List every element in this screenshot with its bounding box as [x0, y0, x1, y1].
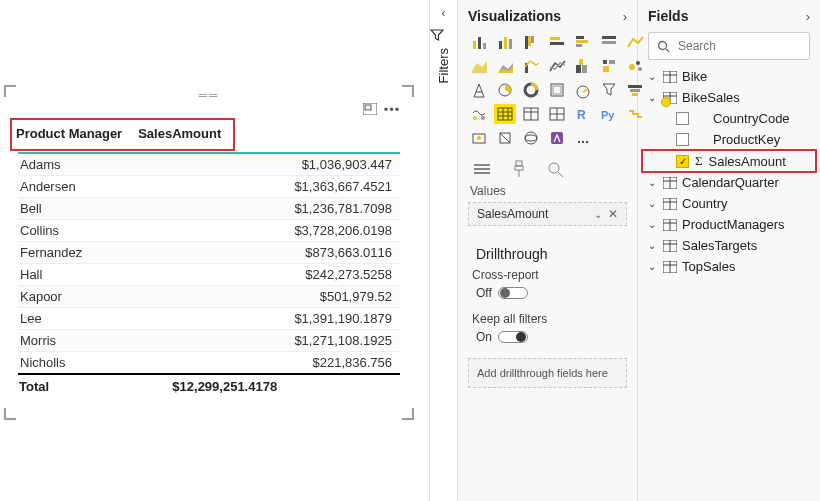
total-label: Total: [18, 374, 171, 395]
field-checkbox[interactable]: [676, 133, 689, 146]
svg-point-27: [638, 67, 642, 71]
cross-report-toggle[interactable]: Off: [458, 284, 637, 310]
table-visual[interactable]: ══ ••• Product Manager SalesAmount Adams…: [4, 85, 414, 420]
cell-pm: Collins: [18, 220, 171, 242]
viz-type-31[interactable]: [546, 128, 568, 148]
collapse-fields-icon[interactable]: ›: [806, 9, 810, 24]
filters-pane-collapsed[interactable]: ‹ Filters: [430, 0, 458, 501]
visualization-picker[interactable]: RPy: [458, 32, 637, 152]
keep-filters-toggle[interactable]: On: [458, 328, 637, 354]
table-bikesales[interactable]: ⌄ BikeSales: [642, 87, 816, 108]
chevron-right-icon[interactable]: ⌄: [648, 71, 658, 82]
table-row[interactable]: Lee$1,391,190.1879: [18, 308, 400, 330]
table-row[interactable]: Andersen$1,363,667.4521: [18, 176, 400, 198]
chevron-right-icon[interactable]: ⌄: [648, 177, 658, 188]
viz-type-22[interactable]: [494, 104, 516, 124]
viz-type-13[interactable]: [624, 56, 646, 76]
table-country[interactable]: ⌄ Country: [642, 193, 816, 214]
chevron-right-icon[interactable]: ⌄: [648, 261, 658, 272]
viz-type-29[interactable]: [494, 128, 516, 148]
viz-type-18[interactable]: [572, 80, 594, 100]
report-canvas[interactable]: ══ ••• Product Manager SalesAmount Adams…: [0, 0, 430, 501]
viz-type-9[interactable]: [520, 56, 542, 76]
focus-mode-icon[interactable]: [362, 102, 378, 116]
col-header-salesamount[interactable]: SalesAmount: [138, 120, 229, 147]
viz-type-11[interactable]: [572, 56, 594, 76]
viz-type-12[interactable]: [598, 56, 620, 76]
format-tab-icon[interactable]: [510, 160, 528, 178]
table-salestargets[interactable]: ⌄ SalesTargets: [642, 235, 816, 256]
resize-handle-tr[interactable]: [402, 85, 414, 97]
expand-filters-icon[interactable]: ‹: [430, 6, 457, 20]
viz-type-19[interactable]: [598, 80, 620, 100]
chevron-right-icon[interactable]: ⌄: [648, 219, 658, 230]
viz-type-6[interactable]: [624, 32, 646, 52]
table-row[interactable]: Kapoor$501,979.52: [18, 286, 400, 308]
svg-rect-7: [509, 39, 512, 49]
field-productkey[interactable]: ProductKey: [642, 129, 816, 150]
table-label: ProductManagers: [682, 217, 785, 232]
field-countrycode[interactable]: CountryCode: [642, 108, 816, 129]
viz-type-2[interactable]: [520, 32, 542, 52]
chevron-right-icon[interactable]: ⌄: [648, 198, 658, 209]
viz-type-23[interactable]: [520, 104, 542, 124]
values-field-well[interactable]: SalesAmount ⌄ ✕: [468, 202, 627, 226]
viz-type-4[interactable]: [572, 32, 594, 52]
table-row[interactable]: Bell$1,236,781.7098: [18, 198, 400, 220]
col-header-product-manager[interactable]: Product Manager: [16, 120, 138, 147]
field-salesamount[interactable]: ✓ Σ SalesAmount: [642, 150, 816, 172]
resize-handle-bl[interactable]: [4, 408, 16, 420]
viz-type-20[interactable]: [624, 80, 646, 100]
svg-point-57: [525, 132, 537, 144]
viz-type-15[interactable]: [494, 80, 516, 100]
viz-type-32[interactable]: [572, 128, 594, 148]
value-field-dropdown-icon[interactable]: ⌄: [594, 209, 602, 220]
viz-type-21[interactable]: [468, 104, 490, 124]
more-options-icon[interactable]: •••: [384, 102, 400, 116]
field-checkbox-checked[interactable]: ✓: [676, 155, 689, 168]
table-calendarquarter[interactable]: ⌄ CalendarQuarter: [642, 172, 816, 193]
cell-pm: Hall: [18, 264, 171, 286]
viz-type-17[interactable]: [546, 80, 568, 100]
table-row[interactable]: Hall$242,273.5258: [18, 264, 400, 286]
viz-type-5[interactable]: [598, 32, 620, 52]
collapse-viz-icon[interactable]: ›: [623, 9, 627, 24]
table-row[interactable]: Nicholls$221,836.756: [18, 352, 400, 375]
chevron-down-icon[interactable]: ⌄: [648, 92, 658, 103]
table-row[interactable]: Morris$1,271,108.1925: [18, 330, 400, 352]
viz-type-10[interactable]: [546, 56, 568, 76]
viz-type-1[interactable]: [494, 32, 516, 52]
analytics-tab-icon[interactable]: [546, 160, 566, 178]
table-productmanagers[interactable]: ⌄ ProductManagers: [642, 214, 816, 235]
table-row[interactable]: Fernandez$873,663.0116: [18, 242, 400, 264]
resize-handle-br[interactable]: [402, 408, 414, 420]
resize-handle-tl[interactable]: [4, 85, 16, 97]
table-bike[interactable]: ⌄ Bike: [642, 66, 816, 87]
viz-type-3[interactable]: [546, 32, 568, 52]
viz-type-25[interactable]: R: [572, 104, 594, 124]
drillthrough-drop-area[interactable]: Add drillthrough fields here: [468, 358, 627, 388]
viz-type-26[interactable]: Py: [598, 104, 620, 124]
cell-pm: Kapoor: [18, 286, 171, 308]
viz-type-24[interactable]: [546, 104, 568, 124]
remove-value-field-icon[interactable]: ✕: [608, 207, 618, 221]
visual-drag-handle[interactable]: ══: [4, 85, 414, 102]
table-row[interactable]: Collins$3,728,206.0198: [18, 220, 400, 242]
viz-type-0[interactable]: [468, 32, 490, 52]
viz-type-27[interactable]: [624, 104, 646, 124]
viz-type-7[interactable]: [468, 56, 490, 76]
fields-search[interactable]: [648, 32, 810, 60]
fields-tab-icon[interactable]: [472, 160, 492, 178]
viz-type-16[interactable]: [520, 80, 542, 100]
table-row[interactable]: Adams$1,036,903.447: [18, 153, 400, 176]
search-input[interactable]: [676, 38, 820, 54]
viz-type-28[interactable]: [468, 128, 490, 148]
field-checkbox[interactable]: [676, 112, 689, 125]
viz-type-14[interactable]: [468, 80, 490, 100]
chevron-right-icon[interactable]: ⌄: [648, 240, 658, 251]
viz-type-30[interactable]: [520, 128, 542, 148]
svg-rect-16: [602, 36, 616, 39]
viz-type-8[interactable]: [494, 56, 516, 76]
table-topsales[interactable]: ⌄ TopSales: [642, 256, 816, 277]
svg-rect-64: [474, 168, 490, 170]
